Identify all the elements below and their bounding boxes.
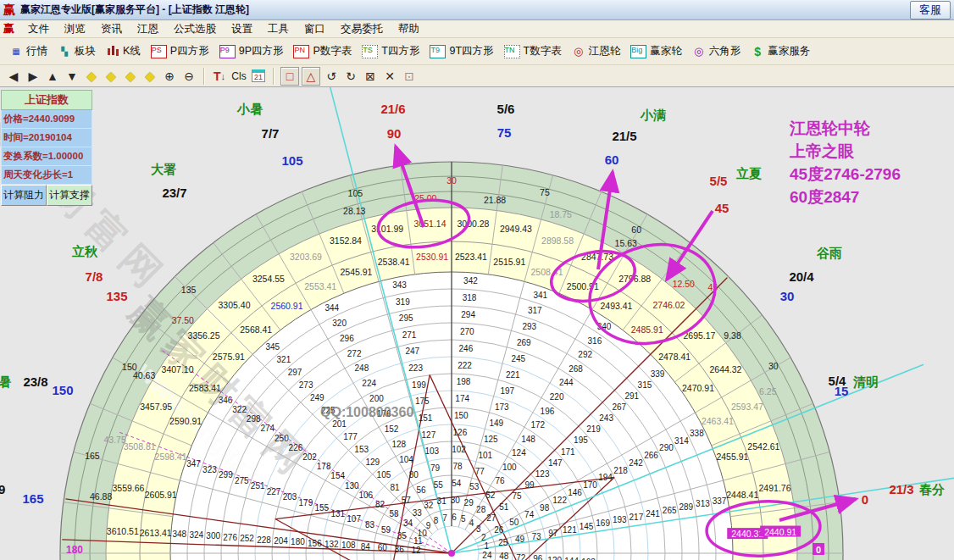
wheel-number: 54 [452, 479, 462, 488]
toolbar-label: 六角形 [709, 44, 741, 58]
d-left-icon[interactable]: ◆ [83, 68, 100, 85]
toolbar-button-blocks[interactable]: ▚板块 [53, 42, 100, 60]
wheel-number: 129 [365, 457, 380, 467]
toolbar-label: T数字表 [524, 44, 562, 58]
down-icon[interactable]: ▼ [64, 68, 80, 85]
toolbar-button-tn[interactable]: TNT数字表 [500, 42, 566, 60]
calc-button-1[interactable]: 计算支撑 [47, 185, 92, 206]
wheel-number: 107 [347, 514, 361, 524]
price-outer: 2644.32 [709, 364, 741, 374]
menu-item-9[interactable]: 帮助 [391, 20, 426, 38]
wheel-number: 295 [399, 313, 413, 323]
wheel-number: 198 [457, 377, 471, 386]
zoom-out-icon[interactable]: ⊖ [180, 68, 197, 85]
d-right-icon[interactable]: ◆ [103, 68, 119, 85]
toolbar-label: 江恩轮 [589, 44, 621, 58]
toolbar-button-table[interactable]: ▦行情 [5, 42, 52, 60]
toolbar-button-pn[interactable]: PNP数字表 [289, 42, 356, 60]
outer-label: 0 [862, 492, 868, 507]
wheel-number: 99 [525, 480, 535, 490]
t-down-icon[interactable]: T↓ [211, 68, 228, 85]
wheel-number: 346 [219, 396, 233, 405]
outer-label: 30 [780, 289, 795, 303]
wheel-number: 150 [454, 411, 469, 420]
menu-item-8[interactable]: 交易委托 [334, 20, 390, 38]
triangle-icon[interactable]: △ [302, 67, 320, 86]
calc-button-0[interactable]: 计算阻力 [1, 185, 47, 206]
box-x-icon[interactable]: ⊠ [362, 68, 379, 85]
wheel-number: 174 [455, 394, 469, 403]
rot-right-icon[interactable]: ↻ [342, 68, 359, 85]
outer-label: 21/5 [612, 129, 636, 143]
toolbar-button-hex[interactable]: ◎六角形 [688, 42, 746, 60]
wheel-number: 122 [552, 496, 567, 505]
outer-label: 处暑 [0, 374, 11, 389]
wheel-number: 341 [533, 291, 547, 300]
wheel-number: 245 [511, 354, 525, 363]
wheel-number: 292 [578, 350, 592, 359]
toolbar-label: 行情 [26, 44, 47, 58]
square-icon[interactable]: □ [280, 67, 299, 86]
toolbar-button-ps[interactable]: PSP四方形 [147, 42, 214, 60]
menu-item-0[interactable]: 文件 [21, 20, 56, 38]
menu-item-3[interactable]: 江恩 [130, 20, 165, 38]
wheel-number: 170 [583, 480, 597, 490]
back-icon[interactable]: ◀ [5, 68, 22, 85]
value-label: 9.38 [724, 330, 741, 341]
cls-icon[interactable]: Cls [230, 68, 247, 85]
wheel-number: 297 [288, 368, 302, 377]
menu-item-4[interactable]: 公式选股 [167, 20, 223, 38]
d-down-icon[interactable]: ◆ [141, 68, 158, 85]
wheel-number: 296 [340, 334, 354, 343]
degree-label: 135 [181, 285, 197, 295]
toolbar-button-svc[interactable]: $赢家服务 [746, 42, 814, 60]
price-outer: 3457.95 [140, 402, 172, 412]
calendar-icon[interactable]: 21 [250, 68, 267, 85]
wheel-number: 72 [516, 553, 526, 560]
menu-item-5[interactable]: 设置 [225, 20, 259, 38]
wheel-number: 269 [517, 338, 531, 347]
customer-service-button[interactable]: 客服 [910, 1, 951, 19]
wheel-number: 289 [679, 502, 693, 512]
wheel-number: 26 [494, 525, 504, 535]
toolbar-button-kline[interactable]: K线 [102, 42, 145, 60]
screen-icon[interactable]: ⊡ [401, 68, 418, 85]
outer-label: 60 [605, 152, 619, 167]
d-up-icon[interactable]: ◆ [122, 68, 139, 85]
annotation-line-0: 江恩轮中轮 [790, 117, 942, 140]
wheel-number: 313 [696, 499, 710, 508]
menu-item-6[interactable]: 工具 [261, 20, 296, 38]
toolbar-button-p9[interactable]: P99P四方形 [215, 42, 288, 60]
outer-label: 21/3 [889, 482, 913, 496]
outer-label: 春分 [918, 482, 945, 496]
menu-item-1[interactable]: 浏览 [58, 20, 92, 38]
wheel-number: 24 [482, 551, 492, 560]
menu-item-7[interactable]: 窗口 [297, 20, 332, 38]
toolbar-button-big[interactable]: Big赢家轮 [626, 42, 686, 60]
forward-icon[interactable]: ▶ [25, 68, 42, 85]
wheel-number: 218 [613, 466, 628, 475]
wheel-number: 169 [596, 518, 610, 528]
wheel-number: 249 [310, 393, 324, 402]
wheel-number: 276 [223, 533, 237, 542]
degree-label: 75 [540, 187, 550, 197]
value-label: 28.13 [343, 206, 365, 216]
wheel-number: 121 [563, 525, 577, 535]
converge-icon[interactable]: ✕ [381, 68, 398, 85]
wheel-number: 250 [275, 434, 289, 443]
menu-item-2[interactable]: 资讯 [94, 20, 129, 38]
toolbar-label: 赢家服务 [768, 44, 810, 58]
up-icon[interactable]: ▲ [44, 68, 61, 85]
wheel-number: 57 [402, 496, 412, 505]
zoom-in-icon[interactable]: ⊕ [161, 68, 178, 85]
toolbar-label: 板块 [75, 44, 96, 58]
annotation-line-3: 60度2847 [790, 186, 942, 208]
toolbar-button-t9[interactable]: T99T四方形 [425, 42, 497, 60]
toolbar-button-gann[interactable]: ◎江恩轮 [568, 42, 625, 60]
rot-left-icon[interactable]: ↺ [323, 68, 340, 85]
toolbar-button-ts[interactable]: TST四方形 [358, 42, 424, 60]
price-inner: 2545.91 [341, 267, 373, 277]
tab-index-name[interactable]: 上证指数 [1, 90, 92, 110]
wheel-number: 273 [299, 380, 313, 390]
price-inner: 2485.91 [631, 324, 663, 335]
